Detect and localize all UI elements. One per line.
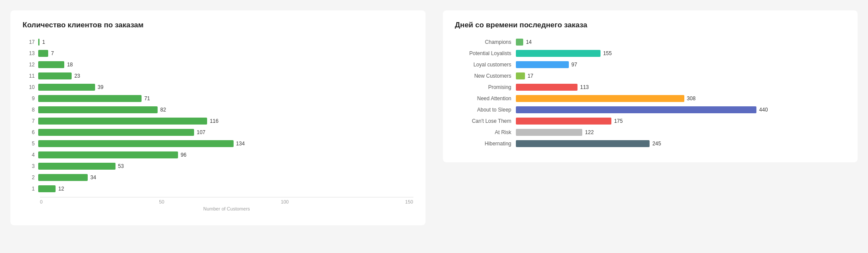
left-bar-row: 2 34	[23, 173, 413, 182]
right-bar-row: At Risk 122	[455, 128, 846, 137]
left-bar-value: 23	[74, 73, 80, 79]
right-bar-row: About to Sleep 440	[455, 105, 846, 115]
left-bar-fill	[38, 106, 158, 113]
right-bar-row: Champions 14	[455, 37, 846, 47]
right-bar-row: Loyal customers 97	[455, 60, 846, 69]
right-bar-fill	[516, 118, 612, 125]
left-bar-row: 10 39	[23, 82, 413, 92]
left-bar-row: 17 1	[23, 37, 413, 47]
charts-container: Количество клиентов по заказам 17 1 13 7…	[10, 10, 858, 225]
right-bar-label: Potential Loyalists	[455, 50, 512, 56]
left-bar-label: 6	[23, 129, 35, 135]
right-bar-track: 14	[516, 39, 846, 46]
left-bar-value: 71	[144, 95, 150, 102]
left-bar-value: 116	[210, 118, 218, 124]
right-bar-value: 175	[614, 118, 623, 124]
left-chart-panel: Количество клиентов по заказам 17 1 13 7…	[10, 10, 426, 225]
left-bar-fill	[38, 50, 48, 57]
left-bar-value: 12	[58, 186, 64, 192]
right-bar-label: Loyal customers	[455, 62, 512, 68]
right-bar-fill	[516, 140, 650, 147]
right-bar-value: 14	[526, 39, 531, 45]
left-bar-fill	[38, 151, 178, 158]
right-bar-value: 245	[652, 141, 661, 147]
left-bar-fill	[38, 61, 64, 68]
right-bar-row: Hibernating 245	[455, 139, 846, 148]
right-bar-row: Can't Lose Them 175	[455, 116, 846, 126]
left-bar-value: 134	[236, 141, 245, 147]
left-bar-row: 11 23	[23, 71, 413, 81]
right-bar-value: 122	[585, 129, 594, 135]
right-bar-fill	[516, 106, 757, 113]
left-bar-track: 53	[38, 163, 413, 170]
right-bar-value: 155	[603, 50, 612, 56]
right-bar-chart: Champions 14 Potential Loyalists 155 Loy…	[455, 37, 846, 148]
right-bar-value: 113	[580, 84, 589, 90]
left-bar-track: 34	[38, 174, 413, 181]
left-bar-fill	[38, 95, 142, 102]
left-chart-title: Количество клиентов по заказам	[23, 21, 413, 30]
left-bar-label: 3	[23, 163, 35, 169]
right-bar-row: New Customers 17	[455, 71, 846, 81]
right-bar-fill	[516, 39, 524, 46]
left-bar-track: 82	[38, 106, 413, 113]
left-bar-label: 17	[23, 39, 35, 45]
left-bar-fill	[38, 185, 56, 192]
left-bar-value: 82	[160, 107, 166, 113]
left-x-tick: 150	[405, 199, 413, 204]
left-bar-row: 12 18	[23, 60, 413, 69]
left-bar-fill	[38, 174, 88, 181]
left-bar-label: 8	[23, 107, 35, 113]
left-bar-track: 23	[38, 72, 413, 79]
left-x-tick: 50	[159, 199, 164, 204]
right-bar-track: 97	[516, 61, 846, 68]
left-bar-row: 8 82	[23, 105, 413, 115]
left-bar-value: 96	[181, 152, 186, 158]
right-bar-track: 440	[516, 106, 846, 113]
right-bar-label: Promising	[455, 84, 512, 90]
right-bar-label: New Customers	[455, 73, 512, 79]
left-bar-label: 13	[23, 50, 35, 56]
right-bar-row: Need Attention 308	[455, 94, 846, 103]
left-bar-track: 96	[38, 151, 413, 158]
right-bar-track: 113	[516, 84, 846, 91]
left-bar-label: 11	[23, 73, 35, 79]
left-bar-track: 12	[38, 185, 413, 192]
left-bar-fill	[38, 163, 116, 170]
right-bar-label: At Risk	[455, 129, 512, 135]
left-bar-value: 7	[51, 50, 54, 56]
left-bar-value: 53	[118, 163, 124, 169]
right-bar-track: 175	[516, 118, 846, 125]
left-bar-value: 18	[67, 62, 73, 68]
left-bar-value: 1	[42, 39, 45, 45]
right-bar-value: 440	[759, 107, 768, 113]
right-bar-row: Potential Loyalists 155	[455, 49, 846, 58]
left-bar-track: 39	[38, 84, 413, 91]
left-bar-label: 12	[23, 62, 35, 68]
right-chart-panel: Дней со времени последнего заказа Champi…	[443, 10, 858, 162]
left-x-axis: 050100150	[23, 197, 413, 204]
left-bar-label: 7	[23, 118, 35, 124]
left-bar-row: 9 71	[23, 94, 413, 103]
right-bar-fill	[516, 95, 684, 102]
right-bar-label: About to Sleep	[455, 107, 512, 113]
left-bar-row: 1 12	[23, 184, 413, 194]
left-bar-row: 6 107	[23, 128, 413, 137]
left-bar-value: 34	[90, 174, 96, 181]
right-bar-label: Can't Lose Them	[455, 118, 512, 124]
left-bar-label: 10	[23, 84, 35, 90]
left-bar-track: 18	[38, 61, 413, 68]
left-bar-fill	[38, 84, 95, 91]
right-bar-track: 122	[516, 129, 846, 136]
right-bar-track: 155	[516, 50, 846, 57]
right-bar-value: 17	[528, 73, 533, 79]
left-bar-track: 1	[38, 39, 413, 46]
right-bar-label: Hibernating	[455, 141, 512, 147]
left-bar-value: 107	[197, 129, 205, 135]
left-bar-fill	[38, 72, 72, 79]
left-bar-label: 9	[23, 95, 35, 102]
left-x-ticks: 050100150	[40, 197, 413, 204]
left-bar-row: 7 116	[23, 116, 413, 126]
left-bar-track: 134	[38, 140, 413, 147]
right-bar-fill	[516, 61, 569, 68]
